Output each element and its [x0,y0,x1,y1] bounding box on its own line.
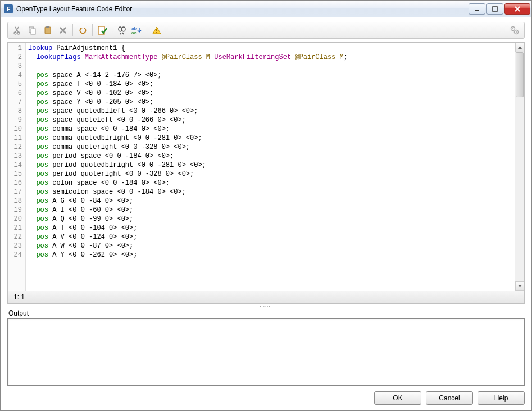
copy-button[interactable] [25,23,40,38]
svg-point-5 [17,32,20,34]
delete-button[interactable] [56,23,70,38]
code-editor[interactable]: 123456789101112131415161718192021222324 … [7,42,525,291]
output-label: Output [8,309,525,317]
svg-point-20 [156,32,157,33]
window: F OpenType Layout Feature Code Editor ab… [0,0,532,411]
svg-point-23 [512,28,513,29]
scroll-track[interactable] [515,52,524,281]
splitter[interactable]: ······· [7,304,525,308]
cut-button[interactable] [10,23,25,38]
warning-button[interactable] [149,23,164,38]
cancel-button[interactable]: Cancel [426,391,473,405]
close-button[interactable] [504,3,530,15]
ok-button[interactable]: OK [374,391,421,405]
code-content[interactable]: lookup PairAdjustment1 { lookupflags Mar… [26,43,515,291]
vertical-scrollbar[interactable] [515,43,524,291]
undo-button[interactable] [75,23,90,38]
app-icon: F [4,4,13,13]
help-button[interactable]: Help [478,391,525,405]
svg-line-2 [515,7,520,11]
scroll-down-button[interactable] [515,281,524,291]
svg-rect-9 [46,26,49,28]
maximize-button[interactable] [486,3,503,15]
window-title: OpenType Layout Feature Code Editor [16,5,469,13]
settings-button[interactable] [507,23,522,38]
find-button[interactable] [115,23,129,38]
scroll-thumb[interactable] [516,52,524,97]
svg-point-4 [14,32,16,34]
svg-rect-1 [493,7,497,11]
svg-line-16 [122,33,124,34]
svg-line-3 [515,7,520,11]
scroll-up-button[interactable] [515,43,524,52]
replace-button[interactable]: abac [130,23,144,38]
minimize-button[interactable] [469,3,485,15]
paste-button[interactable] [40,23,55,38]
status-bar: 1: 1 [7,291,525,304]
cursor-position: 1: 1 [13,293,25,301]
line-gutter: 123456789101112131415161718192021222324 [8,43,26,291]
svg-rect-7 [31,29,35,34]
svg-point-24 [516,31,517,33]
svg-point-13 [119,27,122,31]
svg-point-14 [122,27,125,31]
output-panel[interactable] [7,318,525,386]
validate-button[interactable] [95,23,110,38]
svg-text:ac: ac [131,30,136,35]
toolbar: abac [7,22,525,39]
svg-line-15 [120,33,121,34]
titlebar[interactable]: F OpenType Layout Feature Code Editor [1,1,531,17]
